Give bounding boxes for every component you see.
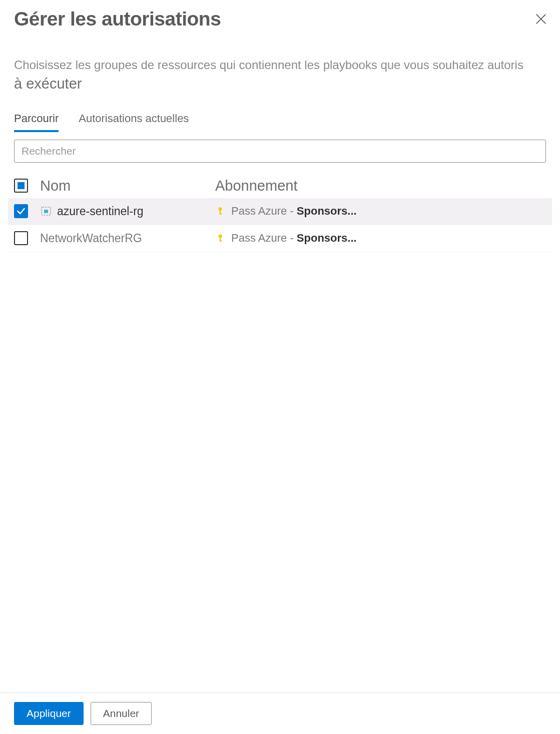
panel-description: Choisissez les groupes de ressources qui… [14,57,546,94]
table-row[interactable]: azure-sentinel-rg Pass Azure - Sponsors.… [8,198,552,225]
tab-current-permissions[interactable]: Autorisations actuelles [79,109,189,132]
panel-footer: Appliquer Annuler [0,692,560,734]
search-input[interactable] [14,140,546,163]
cancel-button[interactable]: Annuler [91,702,152,725]
manage-permissions-panel: Gérer les autorisations Choisissez les g… [0,0,560,734]
svg-point-4 [219,207,222,211]
resource-group-icon [40,205,52,217]
search-wrap [14,140,546,163]
key-icon [215,205,225,217]
row-subscription-prefix: Pass Azure - [231,232,297,244]
row-subscription-name: Sponsors... [297,205,357,217]
tab-browse[interactable]: Parcourir [14,109,59,132]
check-icon [16,206,26,216]
table-header-row: Nom Abonnement [8,174,552,198]
select-all-checkbox[interactable] [14,179,28,193]
row-name: NetworkWatcherRG [40,232,142,245]
tab-bar: Parcourir Autorisations actuelles [14,109,546,133]
row-checkbox[interactable] [14,231,28,245]
column-header-subscription[interactable]: Abonnement [215,178,546,194]
svg-rect-9 [220,240,222,241]
close-button[interactable] [532,10,550,28]
row-name: azure-sentinel-rg [57,205,144,218]
table-row[interactable]: NetworkWatcherRG Pass Azure - Sponsors..… [8,225,552,252]
svg-rect-6 [220,213,222,214]
description-line-2: à exécuter [14,74,546,94]
svg-point-7 [219,234,222,238]
page-title: Gérer les autorisations [14,8,221,30]
row-subscription-prefix: Pass Azure - [231,205,297,217]
resource-group-table: Nom Abonnement azure-sentinel-rg [8,174,552,252]
column-header-name[interactable]: Nom [40,178,215,194]
row-subscription-name: Sponsors... [297,232,357,244]
apply-button[interactable]: Appliquer [14,702,84,725]
svg-rect-3 [44,210,48,213]
panel-header: Gérer les autorisations [14,8,546,30]
key-icon [215,232,225,244]
row-checkbox[interactable] [14,204,28,218]
close-icon [534,12,548,26]
description-line-1: Choisissez les groupes de ressources qui… [14,57,546,73]
